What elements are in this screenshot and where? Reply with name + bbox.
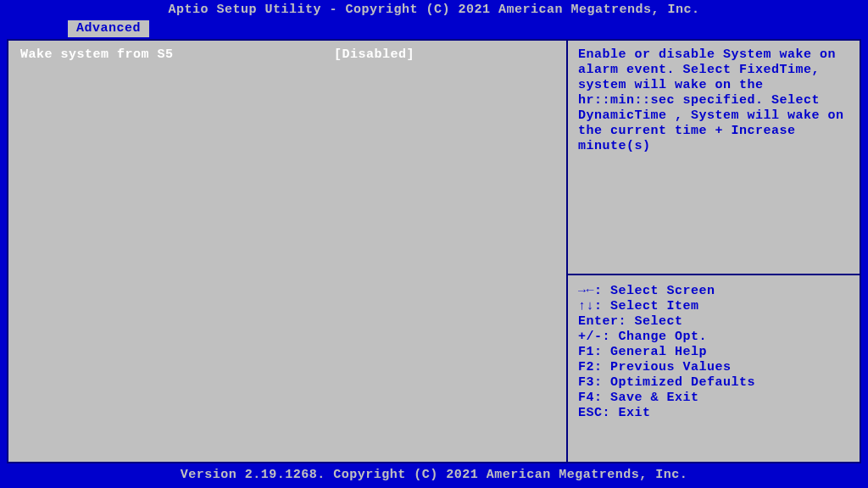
key-general-help: F1: General Help [578, 345, 851, 360]
header-title: Aptio Setup Utility - Copyright (C) 2021… [0, 0, 868, 20]
bottom-spacer [578, 421, 851, 455]
main-container: Wake system from S5 [Disabled] Enable or… [0, 37, 868, 465]
key-enter: Enter: Select [578, 314, 851, 330]
key-change-opt: +/-: Change Opt. [578, 330, 851, 345]
tab-advanced[interactable]: Advanced [68, 20, 149, 37]
key-save-exit: F4: Save & Exit [578, 391, 851, 406]
setting-value: [Disabled] [334, 47, 415, 62]
content-box: Wake system from S5 [Disabled] Enable or… [5, 37, 863, 465]
divider [568, 274, 861, 275]
help-text: Enable or disable System wake on alarm e… [578, 47, 851, 154]
spacer [578, 154, 851, 265]
key-optimized-defaults: F3: Optimized Defaults [578, 375, 851, 391]
setting-label: Wake system from S5 [20, 47, 334, 62]
key-select-screen: →←: Select Screen [578, 284, 851, 299]
help-panel: Enable or disable System wake on alarm e… [568, 39, 861, 463]
key-previous-values: F2: Previous Values [578, 360, 851, 375]
setting-wake-s5[interactable]: Wake system from S5 [Disabled] [20, 47, 553, 62]
keys-help: →←: Select Screen ↑↓: Select Item Enter:… [578, 284, 851, 421]
key-select-item: ↑↓: Select Item [578, 299, 851, 314]
settings-panel: Wake system from S5 [Disabled] [7, 39, 568, 463]
footer-text: Version 2.19.1268. Copyright (C) 2021 Am… [0, 465, 868, 488]
key-esc-exit: ESC: Exit [578, 406, 851, 421]
tab-bar: Advanced [0, 20, 868, 37]
